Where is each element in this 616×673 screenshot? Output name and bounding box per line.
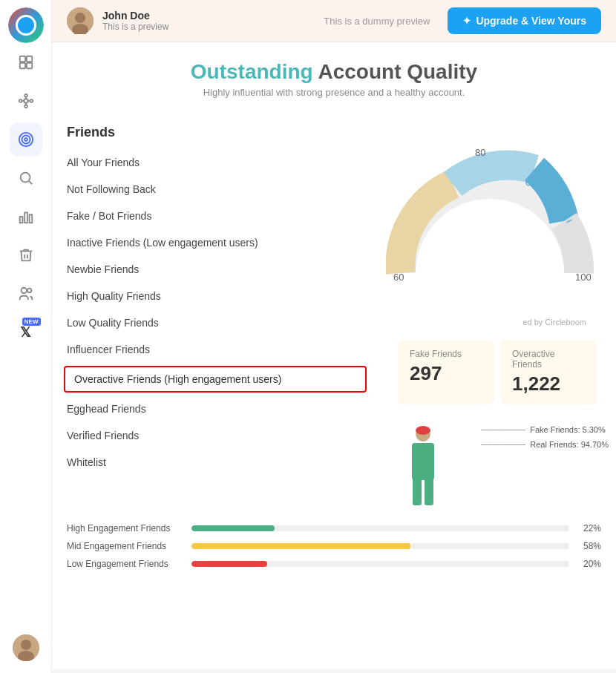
svg-line-17 (29, 181, 32, 184)
stat-value-overactive: 1,222 (512, 372, 585, 395)
eng-bar-high (191, 525, 275, 531)
svg-point-5 (19, 99, 22, 102)
menu-item-overactive[interactable]: Overactive Friends (High engagement user… (64, 366, 367, 393)
svg-point-24 (21, 640, 31, 650)
eng-bar-bg-high (191, 525, 569, 531)
stats-row: Fake Friends 297 Overactive Friends 1,22… (386, 332, 609, 412)
eng-bar-mid (191, 543, 410, 549)
engagement-section: High Engagement Friends 22% Mid Engageme… (52, 514, 616, 591)
right-panel: 60 80 100 OUTSTANDING ed by Circleboom (379, 110, 616, 514)
menu-item-verified[interactable]: Verified Friends (52, 422, 379, 449)
svg-rect-37 (425, 477, 433, 505)
eng-bar-bg-low (191, 561, 569, 567)
sidebar-item-users[interactable] (10, 278, 42, 310)
page-subtitle: Highly influential with strong presence … (67, 87, 601, 98)
menu-item-influencer[interactable]: Influencer Friends (52, 336, 379, 363)
menu-item-all-friends[interactable]: All Your Friends (52, 149, 379, 176)
sidebar-avatar (13, 634, 39, 661)
sidebar: 𝕏 NEW (0, 0, 52, 673)
sidebar-item-analytics[interactable] (10, 200, 42, 233)
menu-item-fake-bot[interactable]: Fake / Bot Friends (52, 203, 379, 229)
upgrade-icon: ✦ (462, 15, 471, 27)
x-twitter-icon: 𝕏 (20, 324, 31, 341)
svg-point-34 (416, 426, 430, 435)
sidebar-item-target[interactable] (10, 123, 42, 156)
engagement-row-mid: Mid Engagement Friends 58% (67, 541, 601, 551)
sidebar-item-trash[interactable] (10, 239, 42, 272)
gauge-area: 60 80 100 OUTSTANDING ed by Circleboom (386, 125, 609, 332)
svg-rect-3 (26, 63, 31, 68)
eng-bar-low (191, 561, 267, 567)
svg-rect-18 (19, 217, 22, 223)
sidebar-item-dashboard[interactable] (10, 46, 42, 79)
fake-friends-legend: Fake Friends: 5.30% (481, 425, 609, 434)
svg-rect-1 (26, 56, 31, 62)
page-title: Outstanding Account Quality (67, 60, 601, 84)
stat-card-fake-friends: Fake Friends 297 (398, 340, 494, 404)
eng-label-low: Low Engagement Friends (67, 559, 186, 569)
stat-card-overactive-friends: Overactive Friends 1,222 (500, 340, 597, 404)
eng-bar-bg-mid (191, 543, 569, 549)
topbar-preview-label: This is a preview (102, 22, 315, 32)
engagement-row-high: High Engagement Friends 22% (67, 523, 601, 534)
page-header: Outstanding Account Quality Highly influ… (52, 42, 616, 110)
menu-item-inactive[interactable]: Inactive Friends (Low engagement users) (52, 229, 379, 256)
topbar-avatar (67, 7, 94, 34)
svg-point-6 (30, 99, 33, 102)
eng-label-mid: Mid Engagement Friends (67, 541, 186, 551)
real-friends-pct: Real Friends: 94.70% (530, 440, 609, 449)
chart-legend: Fake Friends: 5.30% Real Friends: 94.70% (481, 425, 609, 449)
real-friends-legend: Real Friends: 94.70% (481, 440, 609, 449)
svg-point-15 (24, 138, 27, 141)
svg-text:60: 60 (393, 272, 404, 283)
engagement-row-low: Low Engagement Friends 20% (67, 559, 601, 569)
menu-panel: Friends All Your Friends Not Following B… (52, 110, 379, 514)
eng-pct-mid: 58% (575, 541, 601, 551)
svg-point-21 (21, 288, 26, 293)
sidebar-item-network[interactable] (10, 85, 42, 117)
svg-text:80: 80 (475, 147, 485, 158)
eng-pct-high: 22% (575, 523, 601, 534)
menu-item-whitelist[interactable]: Whitelist (52, 449, 379, 476)
svg-rect-2 (19, 63, 24, 68)
fake-friends-pct: Fake Friends: 5.30% (530, 425, 606, 434)
page-title-highlight: Outstanding (191, 60, 313, 83)
new-badge: NEW (22, 318, 41, 326)
topbar: John Doe This is a preview This is a dum… (52, 0, 616, 42)
svg-point-14 (22, 136, 30, 144)
stat-label-overactive: Overactive Friends (512, 349, 585, 370)
circleboom-credit: ed by Circleboom (522, 318, 601, 326)
svg-point-4 (24, 99, 28, 103)
sidebar-item-x-twitter[interactable]: 𝕏 NEW (10, 316, 42, 349)
content-area: Outstanding Account Quality Highly influ… (52, 42, 616, 669)
upgrade-button[interactable]: ✦ Upgrade & View Yours (448, 7, 601, 34)
figure-area: Fake Friends: 5.30% Real Friends: 94.70% (386, 418, 609, 507)
eng-label-high: High Engagement Friends (67, 523, 186, 534)
logo (8, 7, 44, 43)
svg-point-22 (27, 289, 31, 293)
topbar-dummy-text: This is a dummy preview (324, 16, 430, 27)
person-figure (401, 425, 445, 507)
svg-text:100: 100 (575, 272, 592, 283)
svg-point-27 (75, 13, 85, 23)
page-title-rest: Account Quality (313, 60, 477, 83)
upgrade-label: Upgrade & View Yours (476, 15, 586, 27)
main-content: John Doe This is a preview This is a dum… (52, 0, 616, 673)
svg-rect-36 (413, 477, 422, 505)
sidebar-item-search[interactable] (10, 162, 42, 194)
menu-item-low-quality[interactable]: Low Quality Friends (52, 309, 379, 336)
menu-item-egghead[interactable]: Egghead Friends (52, 395, 379, 422)
menu-item-high-quality[interactable]: High Quality Friends (52, 283, 379, 309)
svg-point-16 (20, 173, 30, 183)
svg-point-7 (24, 94, 27, 97)
menu-item-newbie[interactable]: Newbie Friends (52, 256, 379, 283)
svg-point-8 (24, 105, 27, 108)
svg-rect-35 (412, 443, 434, 480)
svg-rect-19 (24, 213, 27, 223)
topbar-info: John Doe This is a preview (102, 10, 315, 32)
menu-item-not-following-back[interactable]: Not Following Back (52, 176, 379, 203)
gauge-svg: 60 80 100 OUTSTANDING (386, 125, 594, 318)
eng-pct-low: 20% (575, 559, 601, 569)
svg-rect-20 (29, 214, 32, 223)
menu-title: Friends (52, 125, 379, 149)
